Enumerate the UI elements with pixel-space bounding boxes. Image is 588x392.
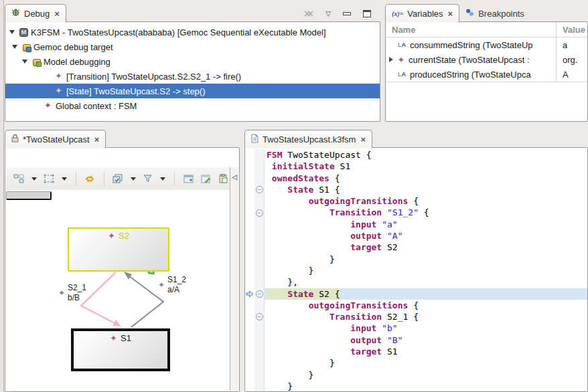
select-mode-icon[interactable] — [43, 171, 56, 186]
diagram-canvas[interactable]: ✦S2 ✦S1 ✦ S2_1 b/B ✦ S1_2 a/A — [6, 193, 232, 392]
fold-collapse-icon[interactable]: − — [256, 290, 263, 298]
canvas-corner-box[interactable] — [6, 191, 52, 200]
debug-tree-item[interactable]: Gemoc debug target — [5, 39, 380, 54]
code-line[interactable]: FSM TwoStateUpcast { — [245, 149, 587, 161]
remove-all-terminated-icon[interactable]: ×× — [303, 9, 313, 18]
code-line[interactable]: input "b" — [245, 322, 587, 334]
code-line[interactable]: } — [245, 369, 587, 381]
column-divider[interactable] — [556, 22, 557, 82]
column-header-name[interactable]: Name — [386, 25, 556, 35]
tab-close-icon[interactable]: × — [94, 135, 100, 144]
code-line[interactable]: target S2 — [245, 241, 587, 253]
tab-debug[interactable]: Debug × — [5, 4, 66, 23]
code-line[interactable]: output "A" — [245, 230, 587, 241]
state-icon: ✦ — [108, 231, 115, 241]
minimize-icon[interactable] — [343, 12, 351, 15]
star-blue-icon: ✦ — [54, 72, 64, 81]
code-line[interactable]: outgoingTransitions { — [245, 195, 587, 207]
filters-icon[interactable] — [142, 171, 155, 186]
state-s1-label: ✦S1 — [74, 333, 167, 343]
code-line[interactable]: ownedStates { — [245, 173, 587, 184]
code-line[interactable]: − State S1 { — [245, 184, 587, 195]
variable-row[interactable]: ✦currentState (TwoStateUpcast :org. — [386, 52, 587, 67]
maximize-icon[interactable] — [363, 10, 371, 17]
expander-icon[interactable] — [389, 57, 393, 62]
state-s2[interactable]: ✦S2 — [68, 227, 169, 272]
debug-tree-item[interactable]: ✦[Transition] TwoStateUpcast.S2.S2_1 -> … — [5, 69, 380, 84]
paste-icon[interactable] — [217, 171, 230, 186]
code-line[interactable]: output "B" — [245, 334, 587, 346]
annotation-gutter — [245, 369, 254, 381]
code-line[interactable]: target S1 — [245, 346, 587, 357]
code-line[interactable]: input "a" — [245, 219, 587, 230]
star-pink-icon: ✦ — [54, 86, 64, 96]
tab-k3fsm-file[interactable]: TwoStatesUpcast.k3fsm × — [244, 130, 372, 149]
model-icon — [32, 58, 41, 66]
code-lines: FSM TwoStateUpcast { initialState S1 own… — [245, 148, 587, 391]
state-s1[interactable]: ✦S1 — [71, 328, 170, 371]
debug-view-body: MK3FSM - TwoStatesUpcast(abababa) [Gemoc… — [5, 21, 380, 122]
edit-table-icon[interactable] — [200, 171, 212, 186]
code-editor-body: FSM TwoStateUpcast { initialState S1 own… — [244, 147, 588, 392]
dropdown-caret-icon[interactable] — [160, 177, 165, 181]
variable-name: producedString (TwoStateUpca — [410, 70, 531, 80]
expander-icon[interactable] — [12, 45, 17, 49]
debug-tree-item[interactable]: Model debugging — [5, 54, 380, 69]
tab-diagram[interactable]: *TwoStateUpcast × — [5, 130, 106, 149]
code-line[interactable]: }, — [245, 276, 587, 288]
fold-gutter — [254, 334, 265, 346]
fold-collapse-icon[interactable]: − — [256, 313, 263, 320]
transition-label-s1-2[interactable]: ✦ S1_2 a/A — [167, 275, 186, 295]
tree-item-label: Model debugging — [44, 57, 111, 67]
fold-collapse-icon[interactable]: − — [256, 209, 263, 217]
fold-gutter — [254, 161, 265, 172]
code-line[interactable]: − State S2 { — [245, 288, 587, 300]
code-line[interactable]: initialState S1 — [245, 161, 587, 172]
transition-label-s2-1[interactable]: ✦ S2_1 b/B — [68, 283, 86, 303]
tab-variables[interactable]: (x)= Variables × — [385, 4, 459, 23]
code-line[interactable]: } — [245, 357, 587, 369]
fold-collapse-icon[interactable]: − — [256, 186, 263, 193]
arrange-all-icon[interactable] — [13, 171, 25, 186]
transition-edge-s2-1[interactable] — [81, 272, 117, 324]
debug-tree-item[interactable]: ✦Global context : FSM — [5, 98, 380, 113]
variables-header: Name Value — [386, 22, 587, 37]
variable-value: a — [556, 40, 567, 50]
eclipse-workbench: MK3FSM - TwoStatesUpcast(abababa) [Gemoc… — [0, 0, 588, 392]
code-line[interactable]: outgoingTransitions { — [245, 300, 587, 311]
column-header-value[interactable]: Value — [556, 25, 585, 35]
show-view-icon[interactable] — [182, 171, 195, 186]
refresh-icon[interactable] — [84, 171, 96, 186]
code-line[interactable]: } — [245, 254, 587, 265]
code-line[interactable]: − Transition "S1_2" { — [245, 207, 587, 218]
expander-icon[interactable] — [9, 30, 15, 34]
layers-icon[interactable] — [112, 171, 125, 186]
annotation-gutter — [245, 346, 254, 357]
variables-rows: LAconsummedString (TwoStateUpa✦currentSt… — [386, 37, 587, 82]
dropdown-caret-icon[interactable] — [62, 177, 67, 181]
view-menu-icon[interactable]: ▽ — [325, 10, 331, 17]
annotation-gutter — [245, 276, 254, 288]
current-instruction-highlight: State S2 { — [267, 288, 340, 300]
variable-row[interactable]: LAproducedString (TwoStateUpcaA — [386, 67, 587, 82]
tab-close-icon[interactable]: × — [54, 9, 60, 18]
variable-row[interactable]: LAconsummedString (TwoStateUpa — [386, 37, 587, 52]
dropdown-caret-icon[interactable] — [31, 177, 37, 181]
code-line[interactable]: − Transition S2_1 { — [245, 311, 587, 322]
tab-close-icon[interactable]: × — [448, 9, 453, 18]
tab-diagram-label: *TwoStateUpcast — [23, 134, 90, 144]
tree-item-label: [Transition] TwoStateUpcast.S2.S2_1 -> f… — [66, 72, 241, 82]
dropdown-caret-icon[interactable] — [131, 177, 136, 181]
code-line[interactable]: } — [245, 381, 587, 392]
debug-tree-item[interactable]: ✦[State] TwoStateUpcast.S2 -> step() — [5, 84, 380, 98]
diagram-editor-body: ◁ ✦S2 ✦S1 ✦ S2_1 b — [5, 147, 240, 392]
expander-icon[interactable] — [22, 60, 27, 64]
workbench-left-trim — [0, 0, 4, 392]
code-line[interactable]: } — [245, 265, 587, 276]
tab-breakpoints[interactable]: Breakpoints — [459, 4, 530, 23]
debug-tree-item[interactable]: MK3FSM - TwoStatesUpcast(abababa) [Gemoc… — [5, 25, 380, 39]
variables-view: Name Value LAconsummedString (TwoStateUp… — [385, 3, 588, 122]
palette-expand-icon[interactable]: ◁ — [230, 173, 238, 181]
fold-gutter: − — [254, 184, 265, 195]
tab-close-icon[interactable]: × — [360, 135, 366, 144]
